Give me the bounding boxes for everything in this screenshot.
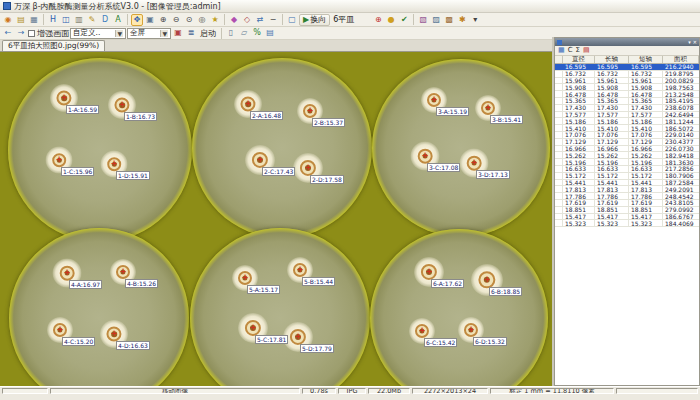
picker-icon[interactable]: ◇ xyxy=(241,14,253,26)
table-row-5-B[interactable]: 15.44115.44115.441187.2584 xyxy=(555,180,699,187)
table-row-5-A[interactable]: 15.17215.17215.172180.7906 xyxy=(555,173,699,180)
forward-icon[interactable]: → xyxy=(15,27,27,39)
draw-d-icon[interactable]: D xyxy=(99,14,111,26)
fill-color-icon[interactable]: ◆ xyxy=(228,14,240,26)
table-row-4-B[interactable]: 15.26215.26215.262182.9418 xyxy=(555,152,699,159)
star-icon[interactable]: ★ xyxy=(209,14,221,26)
scan-icon[interactable]: ≣ xyxy=(185,27,197,39)
colony-label-4-B: 4-B:15.26 xyxy=(125,279,158,288)
cell-diameter: 17.430 xyxy=(563,105,595,111)
table-row-6-C[interactable]: 15.41715.41715.417186.6767 xyxy=(555,214,699,221)
row-indicator xyxy=(555,71,563,77)
camera2-icon[interactable]: ▩ xyxy=(443,14,455,26)
table-row-1-A[interactable]: 16.59516.59516.595216.2940 xyxy=(555,64,699,71)
capture-icon[interactable]: ◉ xyxy=(2,14,14,26)
results-grid[interactable]: 直径长轴短轴面积16.59516.59516.595216.294016.732… xyxy=(555,56,699,385)
print-table-icon[interactable]: ▤ xyxy=(583,47,590,54)
camera-icon[interactable]: ▣ xyxy=(172,27,184,39)
table-row-2-D[interactable]: 17.57717.57717.577242.6494 xyxy=(555,112,699,119)
report-icon[interactable]: ▤ xyxy=(264,27,276,39)
table-row-2-C[interactable]: 17.43017.43017.430238.6078 xyxy=(555,105,699,112)
view-dropdown[interactable]: 全屏▼ xyxy=(127,28,171,39)
pan-hand-icon[interactable]: ✥ xyxy=(131,14,143,26)
minus-icon[interactable]: − xyxy=(267,14,279,26)
start-button[interactable]: 启动 xyxy=(198,28,218,39)
column-header[interactable]: 短轴 xyxy=(629,56,663,63)
back-icon[interactable]: ← xyxy=(2,27,14,39)
save-all-icon[interactable]: ◫ xyxy=(60,14,72,26)
annotate-icon[interactable]: A xyxy=(112,14,124,26)
window-title: 万深 β-内酰胺酶测量分析系统V3.0 - [图像管理员:admin] xyxy=(14,1,221,12)
link-icon[interactable]: ⇄ xyxy=(254,14,266,26)
column-header[interactable]: 面积 xyxy=(663,56,699,63)
panel-close-icon[interactable]: ✕ xyxy=(693,40,697,45)
chevron-down-icon: ▼ xyxy=(160,30,168,37)
save-image-icon[interactable]: ▦ xyxy=(28,14,40,26)
palette-icon[interactable]: ● xyxy=(385,14,397,26)
cell-minor-axis: 15.262 xyxy=(629,152,663,158)
table-row-4-D[interactable]: 16.63316.63316.633217.2856 xyxy=(555,166,699,173)
column-header[interactable]: 长轴 xyxy=(595,56,629,63)
cell-area: 279.0992 xyxy=(663,207,699,213)
table-row-1-D[interactable]: 15.90815.90815.908198.7563 xyxy=(555,84,699,91)
layers-icon[interactable]: ▨ xyxy=(430,14,442,26)
table-row-1-B[interactable]: 16.73216.73216.732219.8795 xyxy=(555,71,699,78)
zoom-in-icon[interactable]: ⊕ xyxy=(157,14,169,26)
cell-major-axis: 15.172 xyxy=(595,173,629,179)
table-row-6-D[interactable]: 15.32315.32315.323184.4069 xyxy=(555,220,699,227)
row-indicator xyxy=(555,220,563,226)
save-hd-icon[interactable]: H xyxy=(47,14,59,26)
select-box-icon[interactable]: ▣ xyxy=(144,14,156,26)
table-row-6-B[interactable]: 18.85118.85118.851279.0992 xyxy=(555,207,699,214)
cell-diameter: 15.441 xyxy=(563,180,595,186)
cell-minor-axis: 16.732 xyxy=(629,71,663,77)
new-doc-icon[interactable]: ▯ xyxy=(225,27,237,39)
target-icon[interactable]: ⊕ xyxy=(372,14,384,26)
zoom-out-icon[interactable]: ⊖ xyxy=(170,14,182,26)
table-row-1-C[interactable]: 15.96115.96115.961200.0829 xyxy=(555,78,699,85)
zoom-actual-icon[interactable]: ◎ xyxy=(196,14,208,26)
panel-pin-icon[interactable]: ▾ xyxy=(688,40,691,45)
table-row-3-C[interactable]: 17.07617.07617.076229.0140 xyxy=(555,132,699,139)
measure-cross-icon: + xyxy=(307,107,314,115)
petri-dish-2 xyxy=(192,58,372,238)
row-indicator xyxy=(555,139,563,145)
row-indicator xyxy=(555,78,563,84)
table-row-2-B[interactable]: 15.36515.36515.365185.4195 xyxy=(555,98,699,105)
apply-check-icon[interactable]: ✔ xyxy=(398,14,410,26)
copy-c-icon[interactable]: C xyxy=(568,47,573,54)
colony-label-3-B: 3-B:15.41 xyxy=(490,115,523,124)
sum-icon[interactable]: Σ xyxy=(576,47,580,54)
more-dropdown-icon[interactable]: ▾ xyxy=(469,14,481,26)
table-row-6-A[interactable]: 17.61917.61917.619243.8105 xyxy=(555,200,699,207)
grid-icon[interactable]: ▦ xyxy=(558,47,565,54)
table-row-3-B[interactable]: 15.41015.41015.410186.5072 xyxy=(555,125,699,132)
cell-area: 181.1244 xyxy=(663,118,699,124)
table-row-3-D[interactable]: 17.12917.12917.129230.4377 xyxy=(555,139,699,146)
pencil-icon[interactable]: ✎ xyxy=(86,14,98,26)
viewer[interactable]: +1-A:16.59+1-B:16.73+1-C:15.96+1-D:15.91… xyxy=(0,52,552,386)
open-image-icon[interactable]: ▤ xyxy=(15,14,27,26)
grid-header-row: 直径长轴短轴面积 xyxy=(555,56,699,64)
enhance-checkbox[interactable]: 增强画面 xyxy=(28,28,69,39)
percent-icon[interactable]: % xyxy=(251,27,263,39)
table-row-5-C[interactable]: 17.81317.81317.813249.2091 xyxy=(555,186,699,193)
table-row-2-A[interactable]: 16.47816.47816.478213.2548 xyxy=(555,91,699,98)
column-header[interactable]: 直径 xyxy=(563,56,595,63)
table-row-4-A[interactable]: 16.96616.96616.966226.0730 xyxy=(555,146,699,153)
image-tab[interactable]: 6平皿拍大照图0.jpg(99%) xyxy=(2,40,105,51)
table-row-5-D[interactable]: 17.78617.78617.786248.4542 xyxy=(555,193,699,200)
cell-area: 180.7906 xyxy=(663,173,699,179)
zoom-fit-icon[interactable]: ⊙ xyxy=(183,14,195,26)
tag-icon[interactable]: ▧ xyxy=(417,14,429,26)
table-row-4-C[interactable]: 15.19615.19615.196181.3630 xyxy=(555,159,699,166)
reverse-button[interactable]: ▶换向 xyxy=(299,14,330,26)
colony-label-5-A: 5-A:15.17 xyxy=(247,285,280,294)
plate-mode-label[interactable]: 6平皿 xyxy=(331,14,356,25)
open-doc-icon[interactable]: ▱ xyxy=(238,27,250,39)
print-image-icon[interactable]: ▥ xyxy=(73,14,85,26)
frame-icon[interactable]: ▢ xyxy=(286,14,298,26)
custom-dropdown[interactable]: 自定义..▼ xyxy=(70,28,126,39)
settings-icon[interactable]: ✱ xyxy=(456,14,468,26)
table-row-3-A[interactable]: 15.18615.18615.186181.1244 xyxy=(555,118,699,125)
